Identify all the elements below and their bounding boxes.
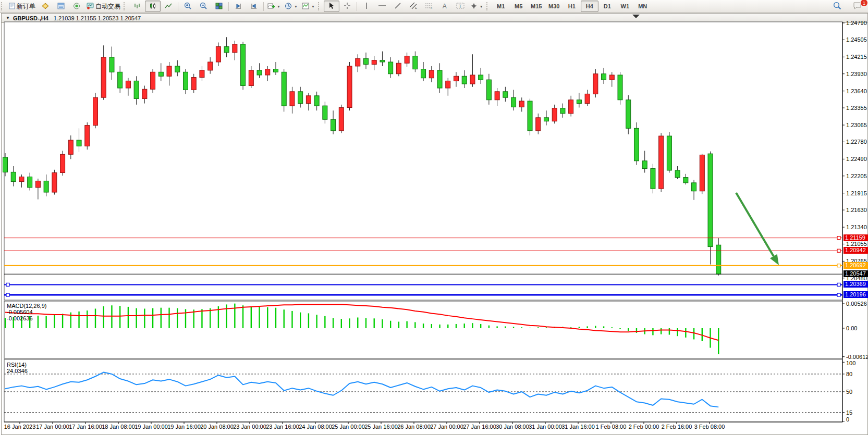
candle-body [454, 76, 458, 81]
price-tick-label: 1.24790 [846, 20, 867, 26]
macd-indicator-label: MACD(12,26,9) -0.005604 -0.002636 [7, 303, 46, 321]
line-handle[interactable] [837, 283, 840, 286]
time-axis-label: 17 Jan 16:00 [69, 424, 102, 430]
candle-body [700, 155, 704, 191]
candle-body [437, 70, 442, 88]
candle-body [446, 81, 450, 88]
candle-body [44, 181, 48, 192]
time-axis-label: 25 Jan 16:00 [364, 424, 398, 430]
candle-body [479, 75, 483, 80]
price-tick-label: 1.23355 [846, 105, 867, 111]
candle-body [101, 57, 106, 97]
candle-body [363, 58, 368, 64]
candle-body [3, 157, 8, 172]
candle-body [257, 70, 262, 75]
candle-body [158, 72, 163, 76]
candle-body [659, 136, 664, 189]
candle-body [118, 72, 123, 88]
candle-body [52, 173, 57, 193]
time-axis-label: 18 Jan 08:00 [102, 424, 135, 430]
candle-body [126, 81, 130, 88]
price-tick-label: 1.21340 [846, 224, 867, 230]
line-handle[interactable] [837, 237, 840, 240]
candle-body [528, 101, 532, 131]
time-axis-label: 17 Jan 00:00 [36, 424, 69, 430]
chart-canvas[interactable] [0, 0, 868, 435]
candle-body [11, 172, 16, 181]
price-level-label: 1.20942 [843, 247, 868, 254]
line-handle[interactable] [837, 293, 840, 296]
mt4-application: 新订单 自动交易 [0, 0, 868, 435]
price-tick-label: 1.21915 [846, 190, 867, 196]
time-axis-label: 30 Jan 08:00 [496, 424, 529, 430]
candle-body [560, 108, 565, 114]
price-level-label: 1.20547 [843, 270, 868, 277]
candle-body [265, 69, 270, 75]
candle-body [708, 154, 713, 246]
candle-body [372, 60, 376, 65]
candle-body [380, 60, 385, 62]
price-tick-label: 1.21055 [846, 241, 867, 247]
candle-body [109, 57, 114, 72]
line-handle[interactable] [837, 264, 840, 267]
candle-body [602, 74, 606, 80]
candle-body [470, 75, 475, 84]
candle-body [134, 81, 139, 98]
time-axis-label: 23 Jan 00:00 [233, 424, 266, 430]
candle-body [486, 80, 491, 100]
pane-frame-1 [4, 301, 842, 358]
price-level-label: 1.20692 [843, 262, 868, 269]
chart-shift-marker[interactable] [632, 15, 640, 18]
time-axis-label: 19 Jan 00:00 [135, 424, 168, 430]
line-handle[interactable] [837, 249, 840, 252]
price-tick-label: 1.24215 [846, 54, 867, 60]
candle-body [388, 62, 393, 74]
candle-body [249, 70, 253, 86]
rsi-axis-label: 15 [846, 409, 852, 416]
line-handle[interactable] [6, 293, 9, 296]
time-axis-label: 3 Feb 08:00 [694, 424, 725, 430]
candle-body [191, 78, 196, 90]
candle-body [544, 118, 548, 121]
candle-body [609, 75, 614, 80]
time-axis-label: 27 Jan 00:00 [430, 424, 463, 430]
candle-body [273, 69, 278, 72]
candle-body [35, 181, 40, 188]
time-axis-label: 26 Jan 08:00 [397, 424, 431, 430]
candle-body [93, 97, 97, 125]
price-tick-label: 1.22205 [846, 173, 867, 179]
candle-body [200, 70, 204, 78]
candle-body [667, 136, 671, 170]
candle-body [618, 75, 622, 100]
time-axis-label: 24 Jan 08:00 [299, 424, 332, 430]
candle-body [429, 70, 434, 78]
candle-body [183, 72, 188, 90]
candle-body [692, 183, 696, 191]
candle-body [339, 108, 344, 131]
candle-body [585, 94, 590, 103]
candle-body [421, 69, 426, 78]
candle-body [208, 62, 213, 70]
price-tick-label: 1.23065 [846, 122, 867, 128]
time-axis-label: 19 Jan 16:00 [167, 424, 201, 430]
candle-body [413, 56, 418, 69]
candle-body [68, 140, 73, 154]
candle-body [462, 76, 467, 84]
candle-body [593, 74, 598, 94]
macd-axis-label: -0.006121 [846, 354, 868, 360]
line-handle[interactable] [6, 283, 9, 286]
candle-body [495, 92, 499, 100]
time-axis-label: 1 Feb 08:00 [596, 424, 627, 430]
candle-body [552, 108, 557, 121]
price-tick-label: 1.22780 [846, 139, 867, 145]
candle-body [298, 92, 303, 104]
rsi-axis-label: 100 [846, 360, 855, 366]
candle-body [519, 101, 524, 107]
rsi-axis-label: 50 [846, 389, 852, 395]
price-level-label: 1.20369 [843, 281, 868, 288]
candle-body [569, 100, 573, 114]
candle-body [634, 128, 639, 161]
candle-body [642, 161, 647, 169]
candle-body [151, 72, 155, 89]
candle-body [216, 46, 221, 62]
